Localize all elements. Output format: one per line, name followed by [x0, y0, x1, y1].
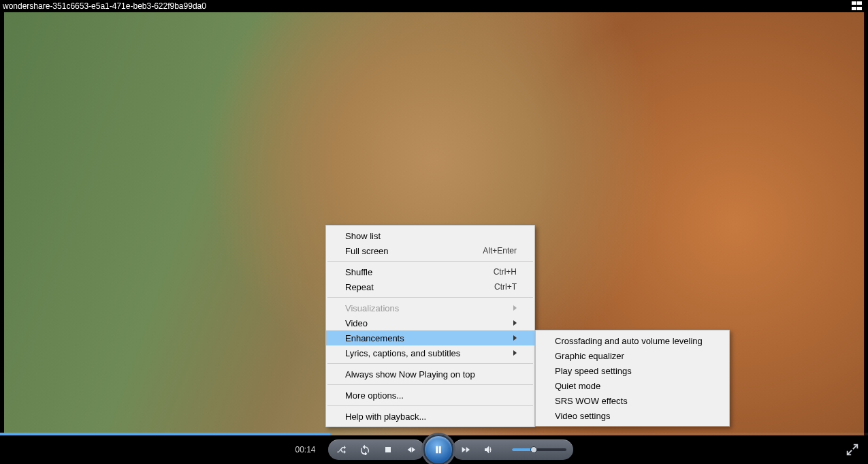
playback-controls: 00:14 — [0, 435, 868, 464]
menu-item-label: Help with playback... — [345, 412, 426, 422]
switch-view-icon[interactable] — [852, 1, 864, 11]
chevron-right-icon — [513, 335, 517, 341]
menu-item[interactable]: RepeatCtrl+T — [326, 279, 534, 294]
menu-item-label: Repeat — [345, 282, 374, 292]
svg-rect-0 — [385, 447, 391, 452]
enhancements-submenu[interactable]: Crossfading and auto volume levelingGrap… — [535, 330, 730, 427]
previous-button[interactable] — [404, 443, 418, 457]
current-time: 00:14 — [295, 445, 315, 454]
submenu-item-label: Graphic equalizer — [555, 351, 624, 361]
volume-thumb[interactable] — [530, 446, 537, 453]
menu-item-label: More options... — [345, 390, 404, 401]
volume-slider[interactable] — [512, 448, 566, 451]
menu-item-shortcut: Ctrl+H — [494, 267, 517, 277]
submenu-item-label: SRS WOW effects — [555, 396, 628, 406]
submenu-item[interactable]: Quiet mode — [536, 378, 729, 393]
menu-item[interactable]: Enhancements — [326, 330, 534, 345]
menu-item-label: Full screen — [345, 246, 389, 256]
control-pill-right — [452, 439, 573, 460]
menu-item-label: Enhancements — [345, 333, 404, 343]
submenu-item[interactable]: Graphic equalizer — [536, 348, 729, 363]
submenu-item[interactable]: Play speed settings — [536, 363, 729, 378]
stop-button[interactable] — [381, 443, 395, 457]
submenu-item-label: Quiet mode — [555, 381, 600, 391]
menu-item-label: Lyrics, captions, and subtitles — [345, 348, 460, 358]
menu-separator — [327, 384, 533, 385]
submenu-item[interactable]: Crossfading and auto volume leveling — [536, 333, 729, 348]
repeat-button[interactable] — [358, 443, 372, 457]
menu-separator — [327, 261, 533, 262]
submenu-item-label: Crossfading and auto volume leveling — [555, 336, 703, 346]
menu-item-label: Always show Now Playing on top — [345, 369, 475, 380]
menu-item[interactable]: Help with playback... — [326, 409, 534, 424]
window-titlebar: wondershare-351c6653-e5a1-471e-beb3-622f… — [0, 0, 868, 12]
menu-item[interactable]: Full screenAlt+Enter — [326, 243, 534, 258]
menu-item[interactable]: Show list — [326, 228, 534, 243]
submenu-item-label: Video settings — [555, 411, 610, 421]
menu-item[interactable]: Always show Now Playing on top — [326, 367, 534, 382]
svg-line-1 — [848, 450, 852, 454]
submenu-item-label: Play speed settings — [555, 366, 632, 376]
menu-item[interactable]: Lyrics, captions, and subtitles — [326, 345, 534, 360]
control-pill-left — [328, 439, 425, 460]
volume-icon[interactable] — [482, 443, 496, 457]
submenu-item[interactable]: Video settings — [536, 408, 729, 423]
submenu-item[interactable]: SRS WOW effects — [536, 393, 729, 408]
menu-separator — [327, 297, 533, 298]
menu-item[interactable]: More options... — [326, 388, 534, 403]
menu-separator — [327, 405, 533, 406]
menu-item-label: Show list — [345, 231, 381, 241]
shuffle-button[interactable] — [335, 443, 349, 457]
next-button[interactable] — [459, 443, 472, 457]
menu-separator — [327, 363, 533, 364]
menu-item-label: Visualizations — [345, 303, 399, 313]
chevron-right-icon — [513, 350, 517, 356]
window-title: wondershare-351c6653-e5a1-471e-beb3-622f… — [3, 1, 206, 11]
fullscreen-button[interactable] — [845, 442, 860, 457]
menu-item[interactable]: Video — [326, 315, 534, 330]
svg-line-2 — [853, 445, 857, 449]
play-pause-button[interactable] — [423, 435, 453, 464]
menu-item-shortcut: Ctrl+T — [494, 282, 517, 292]
menu-item[interactable]: ShuffleCtrl+H — [326, 264, 534, 279]
menu-item-shortcut: Alt+Enter — [483, 246, 517, 256]
chevron-right-icon — [513, 320, 517, 326]
chevron-right-icon — [513, 305, 517, 311]
menu-item-label: Shuffle — [345, 267, 372, 277]
menu-item: Visualizations — [326, 300, 534, 315]
context-menu[interactable]: Show listFull screenAlt+EnterShuffleCtrl… — [325, 225, 535, 427]
menu-item-label: Video — [345, 318, 368, 328]
